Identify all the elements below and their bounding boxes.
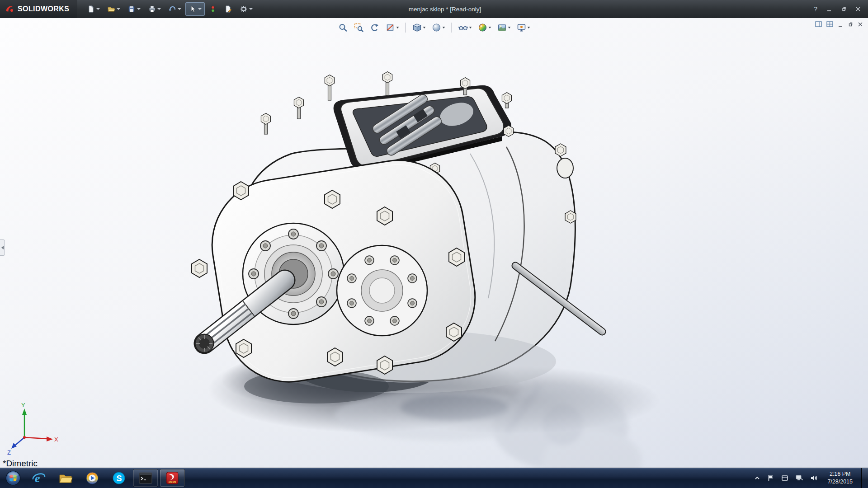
document-window-controls	[815, 21, 863, 28]
apply-scene-button[interactable]	[495, 21, 513, 34]
secondary-bearing-flange	[337, 245, 427, 336]
help-button[interactable]: ?	[813, 5, 818, 13]
restore-icon	[841, 6, 846, 12]
command-prompt-icon	[139, 472, 152, 484]
close-button[interactable]	[854, 5, 862, 13]
triad-x-label: X	[54, 436, 58, 443]
restore-icon	[848, 22, 853, 27]
windows-taskbar: e	[0, 468, 868, 488]
network-button[interactable]	[794, 474, 804, 483]
view-settings-button[interactable]	[515, 21, 532, 34]
dropdown-arrow-icon	[489, 27, 491, 28]
network-icon	[795, 474, 803, 482]
print-icon	[148, 5, 156, 13]
windows-update-button[interactable]	[780, 474, 789, 483]
taskbar-clock[interactable]: 2:16 PM 7/28/2015	[824, 470, 856, 486]
solidworks-taskbar-button[interactable]: 2015	[160, 469, 185, 487]
dropdown-arrow-icon	[137, 8, 141, 10]
minimize-button[interactable]	[826, 5, 833, 13]
media-player-icon	[85, 471, 99, 485]
featuremanager-flyout-tab[interactable]	[0, 239, 5, 256]
new-document-button[interactable]	[84, 2, 103, 16]
reference-triad: Y X Z	[6, 401, 63, 458]
windows-explorer-button[interactable]	[53, 469, 78, 487]
view-orientation-button[interactable]	[410, 21, 428, 34]
action-center-button[interactable]	[766, 474, 775, 483]
dropdown-arrow-icon	[396, 27, 399, 28]
dropdown-arrow-icon	[508, 27, 511, 28]
zoom-to-fit-button[interactable]	[336, 21, 350, 34]
previous-view-button[interactable]	[368, 21, 382, 34]
view-settings-icon	[517, 23, 527, 33]
close-icon	[855, 6, 861, 12]
gearbox-model[interactable]	[0, 18, 868, 468]
internet-explorer-button[interactable]: e	[26, 469, 52, 487]
section-view-icon	[386, 23, 396, 33]
chevron-left-icon	[1, 246, 4, 249]
window-icon	[781, 474, 788, 482]
pane-grid-icon	[826, 21, 833, 27]
dropdown-arrow-icon	[423, 27, 426, 28]
open-button[interactable]	[104, 2, 123, 16]
solidworks-app-icon: 2015	[165, 471, 179, 485]
dropdown-arrow-icon	[178, 8, 181, 10]
system-tray: 2:16 PM 7/28/2015	[753, 468, 868, 488]
view-orientation-label: *Dimetric	[3, 459, 38, 468]
dassault-logo-icon	[5, 4, 14, 14]
open-folder-icon	[107, 5, 115, 13]
pane-toggle-2-button[interactable]	[826, 21, 834, 28]
dropdown-arrow-icon	[443, 27, 445, 28]
dropdown-arrow-icon	[96, 8, 100, 10]
document-minimize-button[interactable]	[837, 21, 844, 28]
select-cursor-icon	[189, 5, 197, 13]
flag-icon	[767, 474, 774, 482]
display-style-button[interactable]	[430, 21, 447, 34]
select-button[interactable]	[185, 2, 205, 16]
start-button[interactable]	[3, 468, 24, 488]
dropdown-arrow-icon	[469, 27, 472, 28]
clock-date: 7/28/2015	[827, 478, 853, 486]
options-button[interactable]	[236, 2, 256, 16]
triad-z-label: Z	[7, 449, 11, 456]
show-hidden-icons-button[interactable]	[753, 474, 761, 482]
show-desktop-button[interactable]	[861, 468, 868, 488]
internet-explorer-icon: e	[32, 471, 46, 485]
minimize-icon	[826, 6, 832, 12]
undo-icon	[168, 5, 176, 13]
titlebar: SOLIDWORKS	[0, 0, 868, 18]
edit-appearance-button[interactable]	[476, 21, 493, 34]
document-restore-button[interactable]	[847, 21, 854, 28]
dropdown-arrow-icon	[249, 8, 253, 10]
maximize-button[interactable]	[840, 5, 847, 13]
window-controls: ?	[813, 5, 868, 13]
volume-button[interactable]	[809, 474, 819, 483]
dropdown-arrow-icon	[117, 8, 120, 10]
zoom-to-fit-icon	[338, 23, 348, 33]
hide-show-items-button[interactable]	[457, 21, 474, 34]
apply-scene-icon	[497, 23, 507, 33]
command-prompt-button[interactable]	[133, 469, 158, 487]
section-view-button[interactable]	[384, 21, 401, 34]
taskbar-items: e	[26, 469, 185, 487]
zoom-to-area-button[interactable]	[352, 21, 366, 34]
brand-text: SOLIDWORKS	[18, 5, 69, 13]
hide-show-glasses-icon	[458, 23, 468, 33]
media-player-button[interactable]	[80, 469, 105, 487]
pane-icon	[815, 21, 822, 27]
dropdown-arrow-icon	[198, 8, 202, 10]
appearance-ball-icon	[478, 23, 488, 33]
undo-button[interactable]	[165, 2, 184, 16]
pane-toggle-button[interactable]	[815, 21, 822, 28]
svg-text:S: S	[117, 474, 122, 483]
document-close-button[interactable]	[857, 21, 863, 28]
folder-icon	[58, 471, 73, 485]
skype-button[interactable]: S	[106, 469, 132, 487]
graphics-area[interactable]: Y X Z *Dimetric	[0, 18, 868, 468]
options-gear-icon	[240, 5, 248, 13]
file-properties-button[interactable]	[221, 2, 236, 16]
print-button[interactable]	[145, 2, 164, 16]
toolbar-separator	[452, 23, 452, 33]
save-button[interactable]	[124, 2, 144, 16]
dropdown-arrow-icon	[528, 27, 530, 28]
rebuild-button[interactable]	[206, 2, 220, 16]
